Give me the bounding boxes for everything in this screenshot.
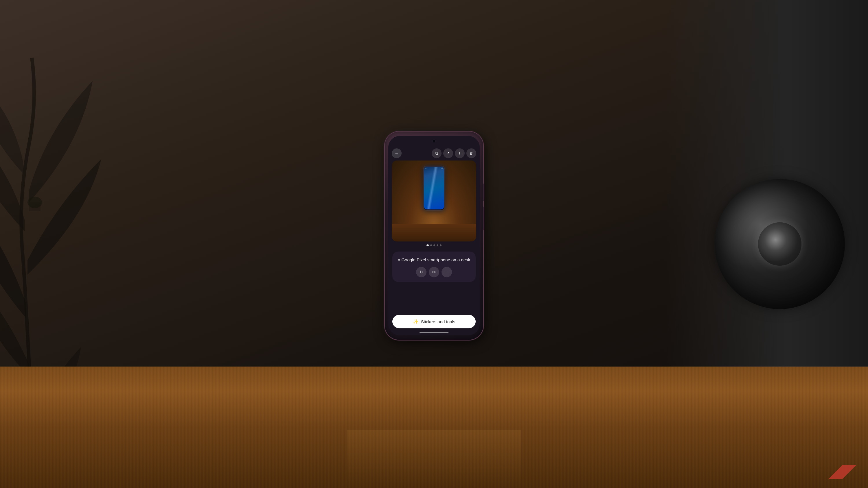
back-icon: ← (395, 151, 399, 156)
top-toolbar: ← ⧉ ↗ ⬇ 🗑 (388, 146, 480, 160)
back-button[interactable]: ← (392, 148, 402, 158)
android-authority-logo (828, 465, 857, 479)
download-icon: ⬇ (458, 151, 462, 156)
desk-surface (0, 366, 868, 488)
share-button[interactable]: ↗ (443, 148, 453, 158)
dot-3[interactable] (433, 244, 435, 246)
screenshot-image: ●●● ▮▮▮ (392, 160, 476, 241)
phone-screen: ← ⧉ ↗ ⬇ 🗑 (388, 136, 480, 335)
refresh-button[interactable]: ↻ (416, 267, 427, 277)
more-icon: ··· (444, 269, 449, 274)
aa-logo-left (828, 465, 842, 479)
phone-device: ← ⧉ ↗ ⬇ 🗑 (385, 132, 483, 340)
camera-notch (432, 139, 436, 143)
delete-icon: 🗑 (470, 151, 473, 155)
inner-phone-screen: ●●● ▮▮▮ (424, 167, 444, 209)
download-button[interactable]: ⬇ (455, 148, 465, 158)
phone-body: ← ⧉ ↗ ⬇ 🗑 (385, 132, 483, 340)
description-card: a Google Pixel smartphone on a desk ↻ ✂ … (392, 252, 476, 282)
dot-5[interactable] (440, 244, 441, 246)
image-description: a Google Pixel smartphone on a desk (397, 257, 471, 263)
more-options-button[interactable]: ··· (441, 267, 452, 277)
share-icon: ↗ (447, 151, 450, 155)
home-indicator[interactable] (420, 332, 448, 333)
action-buttons-row: ↻ ✂ ··· (397, 267, 471, 277)
delete-button[interactable]: 🗑 (466, 148, 476, 158)
status-bar (388, 136, 480, 146)
stickers-tools-bar[interactable]: ✨ Stickers and tools (392, 315, 476, 328)
edit-icon: ✂ (432, 270, 436, 274)
dot-4[interactable] (437, 244, 438, 246)
dot-2[interactable] (430, 244, 432, 246)
stickers-sparkle-icon: ✨ (413, 319, 418, 324)
pagination-dots (388, 244, 480, 246)
copy-icon: ⧉ (435, 151, 438, 156)
refresh-icon: ↻ (420, 270, 423, 274)
image-content: ●●● ▮▮▮ (392, 160, 476, 241)
dot-1[interactable] (427, 244, 429, 246)
stickers-tools-label: Stickers and tools (421, 319, 455, 324)
aa-logo-right (842, 465, 857, 479)
phone-volume-button (483, 207, 484, 230)
edit-action-button[interactable]: ✂ (429, 267, 439, 277)
speaker-dust-cap (758, 222, 802, 266)
phone-side-button (483, 184, 484, 201)
copy-button[interactable]: ⧉ (432, 148, 441, 158)
inner-phone: ●●● ▮▮▮ (423, 166, 445, 210)
desk-reflection (347, 430, 521, 488)
svg-point-1 (28, 197, 42, 208)
